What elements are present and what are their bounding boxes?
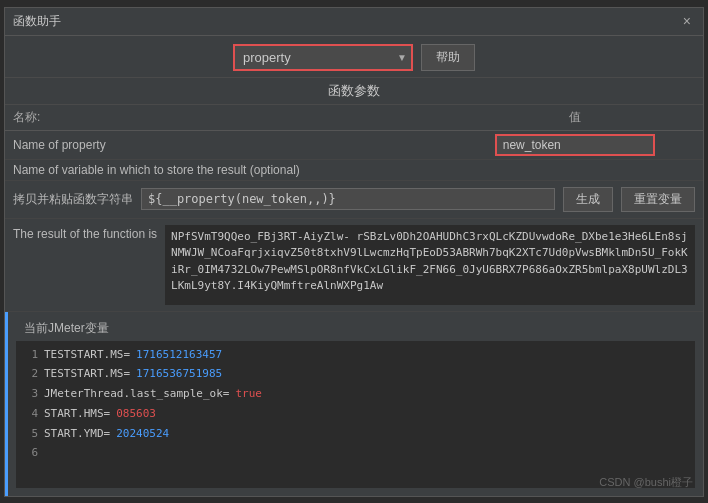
result-value: NPfSVmT9QQeo_FBj3RT-AiyZlw- rSBzLv0Dh2OA… [165,225,695,305]
result-label: The result of the function is [13,225,157,241]
function-dropdown-wrapper: property ▼ [233,44,413,71]
dialog-title: 函数助手 [13,13,61,30]
title-bar: 函数助手 × [5,8,703,36]
help-button[interactable]: 帮助 [421,44,475,71]
params-row: Name of variable in which to store the r… [5,159,703,180]
jmeter-content: 1TESTSTART.MS=17165121634572TESTSTART.MS… [8,341,703,496]
jmeter-var-row: 3JMeterThread.last_sample_ok=true [22,384,689,404]
function-params-header: 函数参数 [5,78,703,105]
jmeter-label: 当前JMeter变量 [16,316,117,341]
params-row: Name of property [5,130,703,159]
copy-input[interactable] [141,188,555,210]
dialog-window: 函数助手 × property ▼ 帮助 函数参数 名称: 值 Name of … [4,7,704,497]
jmeter-line-num: 4 [22,404,38,424]
jmeter-var-key: START.HMS= [44,404,110,424]
jmeter-section: 当前JMeter变量 1TESTSTART.MS=17165121634572T… [5,312,703,496]
jmeter-line-num: 2 [22,364,38,384]
jmeter-var-val: 20240524 [116,424,169,444]
param-value-input[interactable] [495,134,655,156]
main-content: 拷贝并粘贴函数字符串 生成 重置变量 The result of the fun… [5,181,703,496]
jmeter-header: 当前JMeter变量 [8,312,703,341]
jmeter-var-row: 6 [22,443,689,463]
jmeter-vars-list: 1TESTSTART.MS=17165121634572TESTSTART.MS… [16,341,695,488]
jmeter-line-num: 6 [22,443,38,463]
col-name-header: 名称: [5,105,446,131]
watermark: CSDN @bushi橙子 [599,475,693,490]
jmeter-line-num: 1 [22,345,38,365]
param-name: Name of variable in which to store the r… [5,159,446,180]
col-value-header: 值 [446,105,703,131]
jmeter-var-key: JMeterThread.last_sample_ok= [44,384,229,404]
jmeter-var-val: 1716536751985 [136,364,222,384]
param-name: Name of property [5,130,446,159]
jmeter-line-num: 3 [22,384,38,404]
jmeter-var-val: true [235,384,262,404]
params-table: 名称: 值 Name of propertyName of variable i… [5,105,703,181]
close-button[interactable]: × [679,12,695,30]
copy-label: 拷贝并粘贴函数字符串 [13,191,133,208]
toolbar: property ▼ 帮助 [5,36,703,78]
jmeter-var-row: 2TESTSTART.MS=1716536751985 [22,364,689,384]
jmeter-var-row: 1TESTSTART.MS=1716512163457 [22,345,689,365]
param-value-cell [446,159,703,180]
jmeter-var-row: 4START.HMS=085603 [22,404,689,424]
jmeter-var-key: TESTSTART.MS= [44,345,130,365]
reset-button[interactable]: 重置变量 [621,187,695,212]
copy-row: 拷贝并粘贴函数字符串 生成 重置变量 [5,181,703,219]
function-dropdown[interactable]: property [233,44,413,71]
generate-button[interactable]: 生成 [563,187,613,212]
jmeter-var-key: TESTSTART.MS= [44,364,130,384]
jmeter-var-val: 085603 [116,404,156,424]
jmeter-line-num: 5 [22,424,38,444]
jmeter-var-val: 1716512163457 [136,345,222,365]
param-value-cell [446,130,703,159]
jmeter-var-key: START.YMD= [44,424,110,444]
result-row: The result of the function is NPfSVmT9QQ… [5,219,703,312]
jmeter-var-row: 5START.YMD=20240524 [22,424,689,444]
